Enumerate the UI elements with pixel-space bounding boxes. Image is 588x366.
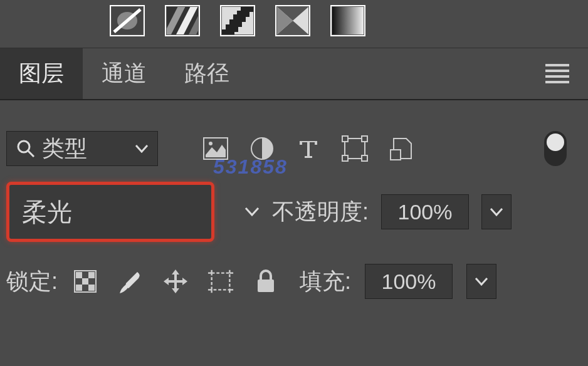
lock-row: 锁定:: [0, 259, 588, 303]
tab-paths[interactable]: 路径: [165, 48, 248, 99]
svg-line-8: [28, 151, 34, 157]
blend-row: 柔光 不透明度: 100%: [0, 182, 588, 242]
svg-rect-20: [88, 272, 95, 278]
svg-rect-21: [82, 278, 88, 285]
filter-toggle[interactable]: [544, 131, 567, 166]
svg-rect-24: [212, 273, 230, 290]
fill-chevron-icon[interactable]: [466, 264, 496, 299]
blend-mode-chevron-icon[interactable]: [244, 207, 260, 217]
tab-layers[interactable]: 图层: [0, 48, 83, 99]
swatch-triangles-icon[interactable]: [275, 5, 310, 36]
svg-rect-13: [342, 136, 348, 142]
swatch-slash-icon[interactable]: [110, 5, 145, 36]
lock-label: 锁定:: [6, 266, 58, 297]
svg-point-7: [18, 141, 29, 152]
lock-position-icon[interactable]: [162, 268, 189, 295]
svg-rect-33: [258, 280, 274, 292]
svg-rect-6: [332, 7, 364, 34]
svg-rect-15: [342, 155, 348, 161]
svg-point-10: [209, 142, 213, 145]
filter-kind-label: 类型: [42, 133, 87, 164]
opacity-label: 不透明度:: [272, 197, 369, 227]
filter-type-icon[interactable]: [295, 135, 322, 162]
blend-mode-value: 柔光: [22, 195, 72, 229]
svg-rect-19: [76, 272, 82, 278]
swatches-strip: [0, 0, 588, 48]
lock-brush-icon[interactable]: [117, 268, 144, 295]
toggle-knob: [547, 133, 564, 151]
search-icon: [16, 139, 36, 159]
watermark: 531858: [213, 155, 288, 179]
svg-rect-16: [362, 155, 367, 161]
fill-label: 填充:: [300, 266, 351, 297]
panel-tabs: 图层 通道 路径: [0, 48, 588, 100]
tab-channels[interactable]: 通道: [83, 48, 165, 99]
opacity-input[interactable]: 100%: [381, 194, 469, 229]
svg-rect-17: [391, 150, 401, 160]
svg-rect-23: [88, 285, 95, 291]
lock-transparency-icon[interactable]: [71, 268, 99, 295]
filter-smartobject-icon[interactable]: [387, 135, 415, 162]
lock-icons: [71, 268, 280, 295]
fill-input[interactable]: 100%: [365, 264, 453, 299]
lock-artboard-icon[interactable]: [207, 268, 234, 295]
swatch-jagged-icon[interactable]: [220, 5, 255, 36]
swatch-stripes-icon[interactable]: [165, 5, 200, 36]
layer-filter-row: 类型: [0, 127, 588, 170]
swatch-gradient-icon[interactable]: [330, 5, 365, 36]
blend-mode-dropdown[interactable]: 柔光: [6, 182, 214, 242]
filter-shape-icon[interactable]: [341, 135, 369, 162]
opacity-chevron-icon[interactable]: [481, 194, 512, 229]
lock-all-icon[interactable]: [252, 268, 280, 295]
svg-rect-14: [362, 136, 367, 142]
svg-rect-22: [76, 285, 82, 291]
panel-menu-icon[interactable]: [545, 64, 569, 83]
filter-kind-dropdown[interactable]: 类型: [6, 131, 158, 166]
chevron-down-icon: [135, 144, 149, 153]
